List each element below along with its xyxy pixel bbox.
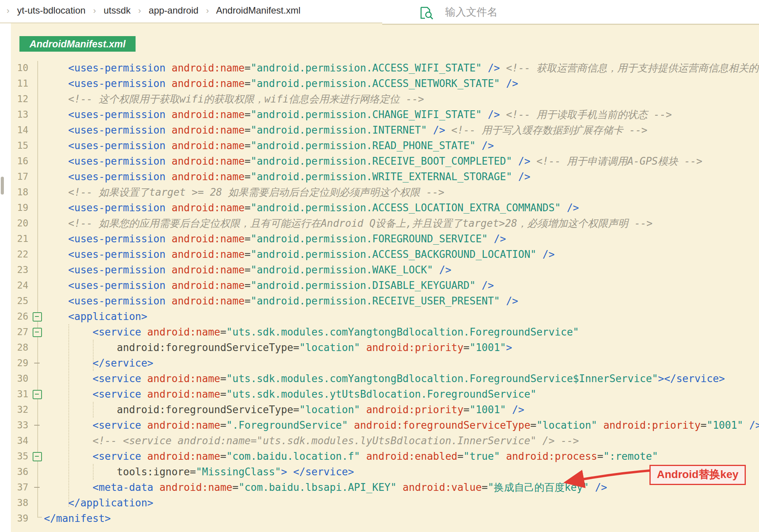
code-text: <uses-permission android:name="android.p… xyxy=(44,278,494,293)
code-text: <uses-permission android:name="android.p… xyxy=(44,293,518,309)
line-number[interactable]: 25 xyxy=(0,293,28,309)
breadcrumb-item-project[interactable]: yt-uts-bdlocation xyxy=(17,5,85,16)
code-text: </application> xyxy=(44,495,153,511)
search-input[interactable] xyxy=(444,4,648,20)
code-text: <!-- 这个权限用于获取wifi的获取权限，wifi信息会用来进行网络定位 -… xyxy=(44,91,424,107)
code-line[interactable]: 31 <service android:name="uts.sdk.module… xyxy=(0,386,759,402)
code-line[interactable]: 12 <!-- 这个权限用于获取wifi的获取权限，wifi信息会用来进行网络定… xyxy=(0,91,759,107)
chevron-right-icon: › xyxy=(7,6,9,16)
fold-end-marker xyxy=(34,363,40,363)
code-line[interactable]: 39</manifest> xyxy=(0,511,759,526)
line-number[interactable]: 30 xyxy=(0,371,28,386)
line-number[interactable]: 22 xyxy=(0,247,28,262)
code-line[interactable]: 25 <uses-permission android:name="androi… xyxy=(0,293,759,309)
code-text: <service android:name="uts.sdk.modules.c… xyxy=(44,324,579,340)
code-line[interactable]: 29 </service> xyxy=(0,355,759,371)
line-number[interactable]: 38 xyxy=(0,495,28,511)
annotation-label: Android替换key xyxy=(649,465,746,485)
search-box[interactable] xyxy=(382,0,759,25)
fold-collapse-icon[interactable] xyxy=(33,452,42,461)
code-text: <uses-permission android:name="android.p… xyxy=(44,107,672,122)
line-number[interactable]: 12 xyxy=(0,91,28,107)
breadcrumb-item-app-android[interactable]: app-android xyxy=(149,5,198,16)
code-line[interactable]: 33 <service android:name=".ForegroundSer… xyxy=(0,417,759,433)
code-line[interactable]: 18 <!-- 如果设置了target >= 28 如果需要启动后台定位则必须声… xyxy=(0,184,759,200)
code-line[interactable]: 19 <uses-permission android:name="androi… xyxy=(0,200,759,216)
code-editor-window: › yt-uts-bdlocation › utssdk › app-andro… xyxy=(0,0,759,532)
line-number[interactable]: 14 xyxy=(0,122,28,138)
line-number[interactable]: 20 xyxy=(0,216,28,231)
code-line[interactable]: 11 <uses-permission android:name="androi… xyxy=(0,76,759,91)
fold-collapse-icon[interactable] xyxy=(33,312,42,322)
code-line[interactable]: 17 <uses-permission android:name="androi… xyxy=(0,169,759,184)
code-text: android:foregroundServiceType="location"… xyxy=(44,340,512,355)
fold-end-marker xyxy=(34,487,40,488)
line-number[interactable]: 32 xyxy=(0,402,28,417)
line-number[interactable]: 10 xyxy=(0,60,28,76)
fold-end-marker xyxy=(34,425,40,426)
line-number[interactable]: 31 xyxy=(0,386,28,402)
line-number[interactable]: 37 xyxy=(0,480,28,495)
code-line[interactable]: 15 <uses-permission android:name="androi… xyxy=(0,138,759,153)
file-search-icon xyxy=(420,6,435,21)
code-line[interactable]: 10 <uses-permission android:name="androi… xyxy=(0,60,759,76)
code-line[interactable]: 23 <uses-permission android:name="androi… xyxy=(0,262,759,278)
line-number[interactable]: 23 xyxy=(0,262,28,278)
file-tab[interactable]: AndroidManifest.xml xyxy=(19,36,136,52)
line-number[interactable]: 18 xyxy=(0,184,28,200)
code-line[interactable]: 27 <service android:name="uts.sdk.module… xyxy=(0,324,759,340)
line-number[interactable]: 11 xyxy=(0,76,28,91)
fold-collapse-icon[interactable] xyxy=(33,390,42,399)
chevron-right-icon: › xyxy=(206,6,209,16)
chevron-right-icon: › xyxy=(138,6,141,16)
code-text: <uses-permission android:name="android.p… xyxy=(44,153,702,169)
code-line[interactable]: 16 <uses-permission android:name="androi… xyxy=(0,153,759,169)
line-number[interactable]: 16 xyxy=(0,153,28,169)
line-number[interactable]: 28 xyxy=(0,340,28,355)
code-line[interactable]: 32 android:foregroundServiceType="locati… xyxy=(0,402,759,417)
code-line[interactable]: 22 <uses-permission android:name="androi… xyxy=(0,247,759,262)
line-number[interactable]: 17 xyxy=(0,169,28,184)
code-line[interactable]: 13 <uses-permission android:name="androi… xyxy=(0,107,759,122)
breadcrumb-item-utssdk[interactable]: utssdk xyxy=(104,5,131,16)
line-number[interactable]: 34 xyxy=(0,433,28,449)
line-number[interactable]: 13 xyxy=(0,107,28,122)
line-number[interactable]: 21 xyxy=(0,231,28,247)
code-line[interactable]: 28 android:foregroundServiceType="locati… xyxy=(0,340,759,355)
line-number[interactable]: 24 xyxy=(0,278,28,293)
code-text: </manifest> xyxy=(44,511,111,526)
line-number[interactable]: 39 xyxy=(0,511,28,526)
code-line[interactable]: 38 </application> xyxy=(0,495,759,511)
code-lines: 10 <uses-permission android:name="androi… xyxy=(0,60,759,526)
code-text: <!-- 如果设置了target >= 28 如果需要启动后台定位则必须声明这个… xyxy=(44,184,444,200)
code-text: <service android:name=".ForegroundServic… xyxy=(44,417,759,433)
code-text: <service android:name="uts.sdk.modules.y… xyxy=(44,386,536,402)
code-line[interactable]: 21 <uses-permission android:name="androi… xyxy=(0,231,759,247)
code-text: </service> xyxy=(44,355,153,371)
code-line[interactable]: 30 <service android:name="uts.sdk.module… xyxy=(0,371,759,386)
code-text: android:foregroundServiceType="location"… xyxy=(44,402,524,417)
code-text: <uses-permission android:name="android.p… xyxy=(44,247,555,262)
line-number[interactable]: 33 xyxy=(0,417,28,433)
line-number[interactable]: 29 xyxy=(0,355,28,371)
code-text: <meta-data android:name="com.baidu.lbsap… xyxy=(44,480,607,495)
breadcrumb: › yt-uts-bdlocation › utssdk › app-andro… xyxy=(2,5,301,16)
code-text: <uses-permission android:name="android.p… xyxy=(44,138,494,153)
line-number[interactable]: 36 xyxy=(0,464,28,480)
fold-collapse-icon[interactable] xyxy=(33,328,42,337)
line-number[interactable]: 27 xyxy=(0,324,28,340)
code-line[interactable]: 26 <application> xyxy=(0,309,759,324)
chevron-right-icon: › xyxy=(93,6,96,16)
code-line[interactable]: 14 <uses-permission android:name="androi… xyxy=(0,122,759,138)
code-line[interactable]: 24 <uses-permission android:name="androi… xyxy=(0,278,759,293)
code-text: <uses-permission android:name="android.p… xyxy=(44,76,518,91)
code-text: <uses-permission android:name="android.p… xyxy=(44,262,451,278)
line-number[interactable]: 15 xyxy=(0,138,28,153)
line-number[interactable]: 19 xyxy=(0,200,28,216)
breadcrumb-item-file[interactable]: AndroidManifest.xml xyxy=(216,5,300,16)
line-number[interactable]: 35 xyxy=(0,449,28,464)
line-number[interactable]: 26 xyxy=(0,309,28,324)
code-line[interactable]: 20 <!-- 如果您的应用需要后台定位权限，且有可能运行在Android Q设… xyxy=(0,216,759,231)
code-line[interactable]: 34 <!-- <service android:name="uts.sdk.m… xyxy=(0,433,759,449)
code-text: <!-- <service android:name="uts.sdk.modu… xyxy=(44,433,579,449)
